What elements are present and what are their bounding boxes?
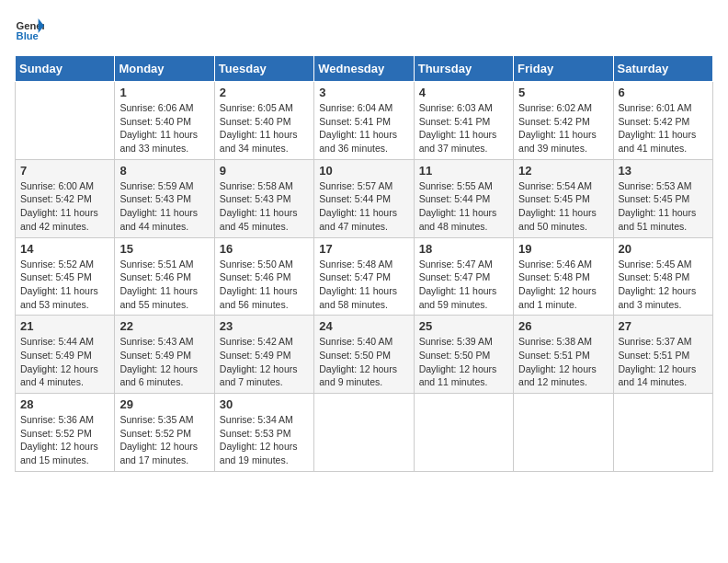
calendar-cell <box>414 394 513 472</box>
cell-info: Sunrise: 6:06 AMSunset: 5:40 PMDaylight:… <box>119 101 209 155</box>
day-number: 18 <box>419 242 508 256</box>
cell-info: Sunrise: 5:34 AMSunset: 5:53 PMDaylight:… <box>220 413 309 467</box>
calendar-cell: 12Sunrise: 5:54 AMSunset: 5:45 PMDayligh… <box>514 159 613 237</box>
cell-info: Sunrise: 5:35 AMSunset: 5:52 PMDaylight:… <box>119 413 209 467</box>
day-number: 22 <box>119 319 209 333</box>
day-number: 8 <box>119 164 209 178</box>
calendar-cell: 25Sunrise: 5:39 AMSunset: 5:50 PMDayligh… <box>414 316 513 394</box>
calendar-cell: 15Sunrise: 5:51 AMSunset: 5:46 PMDayligh… <box>115 237 214 316</box>
day-number: 13 <box>619 164 708 178</box>
calendar-cell: 22Sunrise: 5:43 AMSunset: 5:49 PMDayligh… <box>115 316 214 394</box>
cell-info: Sunrise: 5:46 AMSunset: 5:48 PMDaylight:… <box>518 258 608 312</box>
cell-info: Sunrise: 5:40 AMSunset: 5:50 PMDaylight:… <box>319 335 408 389</box>
calendar-cell: 21Sunrise: 5:44 AMSunset: 5:49 PMDayligh… <box>16 316 115 394</box>
cell-info: Sunrise: 6:02 AMSunset: 5:42 PMDaylight:… <box>518 101 608 155</box>
cell-info: Sunrise: 5:50 AMSunset: 5:46 PMDaylight:… <box>220 258 309 312</box>
calendar-cell: 5Sunrise: 6:02 AMSunset: 5:42 PMDaylight… <box>514 82 613 160</box>
day-number: 23 <box>220 319 309 333</box>
calendar-cell: 19Sunrise: 5:46 AMSunset: 5:48 PMDayligh… <box>514 237 613 316</box>
cell-info: Sunrise: 5:48 AMSunset: 5:47 PMDaylight:… <box>319 258 408 312</box>
cell-info: Sunrise: 5:58 AMSunset: 5:43 PMDaylight:… <box>220 179 309 234</box>
day-number: 12 <box>518 164 608 178</box>
day-number: 26 <box>518 319 608 333</box>
column-header-wednesday: Wednesday <box>314 56 414 82</box>
day-number: 25 <box>419 319 508 333</box>
cell-info: Sunrise: 6:00 AMSunset: 5:42 PMDaylight:… <box>20 179 109 234</box>
calendar-cell: 14Sunrise: 5:52 AMSunset: 5:45 PMDayligh… <box>16 237 115 316</box>
calendar-cell: 26Sunrise: 5:38 AMSunset: 5:51 PMDayligh… <box>514 316 613 394</box>
calendar-cell <box>514 394 613 472</box>
calendar-cell <box>16 82 115 160</box>
calendar-cell: 24Sunrise: 5:40 AMSunset: 5:50 PMDayligh… <box>314 316 414 394</box>
day-number: 6 <box>619 86 708 99</box>
day-number: 3 <box>319 86 408 99</box>
calendar-cell: 10Sunrise: 5:57 AMSunset: 5:44 PMDayligh… <box>314 159 414 237</box>
header-row: SundayMondayTuesdayWednesdayThursdayFrid… <box>16 56 713 82</box>
calendar-week-4: 21Sunrise: 5:44 AMSunset: 5:49 PMDayligh… <box>16 316 713 394</box>
cell-info: Sunrise: 5:51 AMSunset: 5:46 PMDaylight:… <box>119 258 209 312</box>
calendar-cell: 16Sunrise: 5:50 AMSunset: 5:46 PMDayligh… <box>214 237 313 316</box>
calendar-table: SundayMondayTuesdayWednesdayThursdayFrid… <box>15 55 713 472</box>
cell-info: Sunrise: 5:43 AMSunset: 5:49 PMDaylight:… <box>119 335 209 389</box>
calendar-cell: 23Sunrise: 5:42 AMSunset: 5:49 PMDayligh… <box>214 316 313 394</box>
cell-info: Sunrise: 5:39 AMSunset: 5:50 PMDaylight:… <box>419 335 508 389</box>
svg-text:Blue: Blue <box>17 30 39 41</box>
column-header-tuesday: Tuesday <box>214 56 313 82</box>
calendar-cell: 9Sunrise: 5:58 AMSunset: 5:43 PMDaylight… <box>214 159 313 237</box>
cell-info: Sunrise: 6:01 AMSunset: 5:42 PMDaylight:… <box>619 101 708 155</box>
day-number: 1 <box>119 86 209 99</box>
calendar-cell: 13Sunrise: 5:53 AMSunset: 5:45 PMDayligh… <box>613 159 712 237</box>
calendar-week-1: 1Sunrise: 6:06 AMSunset: 5:40 PMDaylight… <box>16 82 713 160</box>
day-number: 14 <box>20 242 109 256</box>
day-number: 11 <box>419 164 508 178</box>
day-number: 15 <box>119 242 209 256</box>
calendar-cell: 8Sunrise: 5:59 AMSunset: 5:43 PMDaylight… <box>115 159 214 237</box>
day-number: 4 <box>419 86 508 99</box>
day-number: 5 <box>518 86 608 99</box>
calendar-cell: 1Sunrise: 6:06 AMSunset: 5:40 PMDaylight… <box>115 82 214 160</box>
cell-info: Sunrise: 5:38 AMSunset: 5:51 PMDaylight:… <box>518 335 608 389</box>
calendar-week-5: 28Sunrise: 5:36 AMSunset: 5:52 PMDayligh… <box>16 394 713 472</box>
day-number: 2 <box>220 86 309 99</box>
day-number: 17 <box>319 242 408 256</box>
cell-info: Sunrise: 5:45 AMSunset: 5:48 PMDaylight:… <box>619 258 708 312</box>
column-header-thursday: Thursday <box>414 56 513 82</box>
calendar-cell: 7Sunrise: 6:00 AMSunset: 5:42 PMDaylight… <box>16 159 115 237</box>
cell-info: Sunrise: 5:42 AMSunset: 5:49 PMDaylight:… <box>220 335 309 389</box>
cell-info: Sunrise: 5:54 AMSunset: 5:45 PMDaylight:… <box>518 179 608 234</box>
calendar-cell: 28Sunrise: 5:36 AMSunset: 5:52 PMDayligh… <box>16 394 115 472</box>
column-header-friday: Friday <box>514 56 613 82</box>
day-number: 21 <box>20 319 109 333</box>
calendar-cell: 30Sunrise: 5:34 AMSunset: 5:53 PMDayligh… <box>214 394 313 472</box>
calendar-cell: 27Sunrise: 5:37 AMSunset: 5:51 PMDayligh… <box>613 316 712 394</box>
page-header: General Blue <box>15 15 713 44</box>
day-number: 29 <box>119 397 209 411</box>
cell-info: Sunrise: 6:05 AMSunset: 5:40 PMDaylight:… <box>220 101 309 155</box>
calendar-cell: 17Sunrise: 5:48 AMSunset: 5:47 PMDayligh… <box>314 237 414 316</box>
calendar-cell <box>613 394 712 472</box>
calendar-cell <box>314 394 414 472</box>
calendar-cell: 20Sunrise: 5:45 AMSunset: 5:48 PMDayligh… <box>613 237 712 316</box>
calendar-cell: 3Sunrise: 6:04 AMSunset: 5:41 PMDaylight… <box>314 82 414 160</box>
cell-info: Sunrise: 5:44 AMSunset: 5:49 PMDaylight:… <box>20 335 109 389</box>
calendar-cell: 4Sunrise: 6:03 AMSunset: 5:41 PMDaylight… <box>414 82 513 160</box>
column-header-saturday: Saturday <box>613 56 712 82</box>
day-number: 30 <box>220 397 309 411</box>
day-number: 24 <box>319 319 408 333</box>
day-number: 19 <box>518 242 608 256</box>
day-number: 27 <box>619 319 708 333</box>
cell-info: Sunrise: 5:36 AMSunset: 5:52 PMDaylight:… <box>20 413 109 467</box>
cell-info: Sunrise: 5:55 AMSunset: 5:44 PMDaylight:… <box>419 179 508 234</box>
cell-info: Sunrise: 5:52 AMSunset: 5:45 PMDaylight:… <box>20 258 109 312</box>
calendar-week-3: 14Sunrise: 5:52 AMSunset: 5:45 PMDayligh… <box>16 237 713 316</box>
column-header-sunday: Sunday <box>16 56 115 82</box>
cell-info: Sunrise: 6:04 AMSunset: 5:41 PMDaylight:… <box>319 101 408 155</box>
cell-info: Sunrise: 5:37 AMSunset: 5:51 PMDaylight:… <box>619 335 708 389</box>
calendar-week-2: 7Sunrise: 6:00 AMSunset: 5:42 PMDaylight… <box>16 159 713 237</box>
calendar-cell: 11Sunrise: 5:55 AMSunset: 5:44 PMDayligh… <box>414 159 513 237</box>
cell-info: Sunrise: 5:53 AMSunset: 5:45 PMDaylight:… <box>619 179 708 234</box>
calendar-cell: 18Sunrise: 5:47 AMSunset: 5:47 PMDayligh… <box>414 237 513 316</box>
logo-icon: General Blue <box>15 15 44 44</box>
day-number: 10 <box>319 164 408 178</box>
day-number: 28 <box>20 397 109 411</box>
